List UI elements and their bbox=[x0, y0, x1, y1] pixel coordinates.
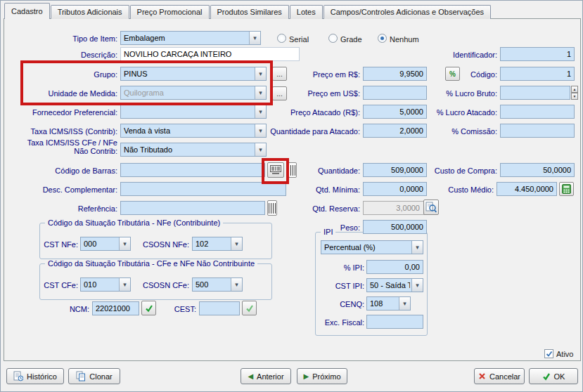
tipo-item-combo[interactable]: Embalagem bbox=[120, 31, 261, 45]
tab-produtos-similares[interactable]: Produtos Similares bbox=[210, 5, 289, 19]
ncm-input[interactable] bbox=[92, 301, 139, 315]
ok-button[interactable]: OK bbox=[529, 368, 578, 384]
historico-button[interactable]: Histórico bbox=[6, 368, 64, 384]
cenq-value: 108 bbox=[370, 299, 397, 308]
cenq-combo[interactable]: 108 bbox=[366, 296, 411, 311]
cest-validate-button[interactable] bbox=[242, 301, 257, 315]
csosn-cfe-combo[interactable]: 500 bbox=[192, 277, 243, 292]
csosn-nfe-value: 102 bbox=[196, 240, 229, 248]
cst-cfe-combo[interactable]: 010 bbox=[80, 277, 131, 292]
custo-compra-input[interactable] bbox=[500, 163, 575, 177]
tipo-item-label: Tipo de Item: bbox=[5, 34, 117, 43]
custo-medio-calc-button[interactable] bbox=[559, 182, 574, 196]
pct-ipi-input[interactable] bbox=[366, 260, 423, 274]
codigo-barras-label: Código de Barras: bbox=[5, 166, 117, 175]
group-nfe-title: Código da Situação Tributária - NFe (Con… bbox=[45, 218, 223, 227]
chevron-down-icon[interactable] bbox=[119, 237, 130, 250]
chevron-down-icon[interactable] bbox=[119, 278, 130, 291]
anterior-button-label: Anterior bbox=[257, 372, 284, 381]
grupo-value: PINUS bbox=[124, 70, 253, 78]
ncm-label: NCM: bbox=[47, 305, 89, 313]
chevron-down-icon[interactable] bbox=[231, 278, 242, 291]
identificador-input[interactable] bbox=[500, 47, 575, 61]
custo-medio-input[interactable] bbox=[496, 182, 557, 196]
referencia-label: Referência: bbox=[5, 204, 117, 213]
cancelar-button-label: Cancelar bbox=[489, 372, 520, 381]
cst-cfe-label: CST CFe: bbox=[22, 281, 78, 289]
clone-icon bbox=[76, 371, 86, 381]
ativo-checkbox[interactable] bbox=[544, 349, 553, 358]
radio-nenhum[interactable] bbox=[378, 34, 387, 43]
csosn-nfe-combo[interactable]: 102 bbox=[192, 237, 243, 251]
csosn-cfe-label: CSOSN CFe: bbox=[133, 281, 189, 289]
chevron-down-icon[interactable] bbox=[399, 297, 410, 310]
referencia-input[interactable] bbox=[120, 201, 265, 215]
proximo-button[interactable]: ▶ Próximo bbox=[297, 368, 347, 384]
tipo-item-value: Embalagem bbox=[124, 34, 248, 42]
cst-nfe-combo[interactable]: 000 bbox=[80, 237, 131, 251]
arrow-right-icon: ▶ bbox=[303, 373, 309, 380]
lucro-atacado-input[interactable] bbox=[500, 105, 575, 119]
anterior-button[interactable]: ◀ Anterior bbox=[241, 368, 291, 384]
qtd-reserva-input bbox=[363, 201, 427, 215]
group-cfe-title: Código da Situação Tributária - CFe e NF… bbox=[45, 259, 257, 268]
taxa-contrib-combo[interactable]: Venda à vista bbox=[120, 124, 267, 138]
comissao-input[interactable] bbox=[500, 124, 575, 138]
peso-input[interactable] bbox=[363, 220, 427, 234]
ipi-tipo-combo[interactable]: Percentual (%) bbox=[321, 240, 423, 254]
tab-cadastro[interactable]: Cadastro bbox=[4, 3, 50, 19]
csosn-nfe-label: CSOSN NFe: bbox=[133, 240, 189, 249]
qtd-minima-label: Qtd. Mínima: bbox=[248, 185, 360, 194]
cst-ipi-combo[interactable]: 50 - Saída T bbox=[366, 278, 423, 292]
tab-campos-controles[interactable]: Campos/Controles Adicionas e Observações bbox=[323, 5, 491, 19]
taxa-contrib-label: Taxa ICMS/ISS (Contrib): bbox=[5, 127, 117, 136]
radio-serial[interactable] bbox=[277, 34, 286, 43]
unidade-value: Quilograma bbox=[124, 89, 253, 97]
chevron-down-icon[interactable] bbox=[231, 237, 242, 250]
tab-preco-promocional[interactable]: Preço Promocional bbox=[130, 5, 210, 19]
spinner-up-icon[interactable]: ▲ bbox=[571, 86, 578, 93]
cest-input[interactable] bbox=[199, 301, 240, 315]
check-icon bbox=[145, 304, 153, 313]
cst-nfe-value: 000 bbox=[84, 240, 117, 248]
identificador-label: Identificador: bbox=[413, 51, 497, 59]
tab-bar: Cadastro Tributos Adicionais Preço Promo… bbox=[4, 3, 492, 19]
check-icon bbox=[245, 304, 254, 313]
taxa-nao-contrib-combo[interactable]: Não Tributado bbox=[120, 143, 267, 157]
custo-medio-label: Custo Médio: bbox=[409, 185, 494, 194]
radio-grade[interactable] bbox=[328, 34, 338, 43]
history-icon bbox=[13, 371, 23, 381]
tab-lotes[interactable]: Lotes bbox=[290, 5, 323, 19]
qtd-reserva-search-button[interactable] bbox=[423, 200, 439, 215]
chevron-down-icon[interactable] bbox=[255, 143, 266, 156]
quantidade-label: Quantidade: bbox=[248, 166, 360, 175]
cest-label: CEST: bbox=[154, 305, 196, 313]
exc-fiscal-label: Exc. Fiscal: bbox=[294, 318, 364, 327]
magnifier-icon bbox=[425, 202, 437, 213]
lucro-bruto-input[interactable] bbox=[500, 86, 570, 100]
unidade-label: Unidade de Medida: bbox=[5, 89, 117, 98]
preco-rs-label: Preço em R$: bbox=[248, 70, 360, 79]
spinner-down-icon[interactable]: ▼ bbox=[571, 93, 578, 100]
cancel-x-icon bbox=[478, 372, 486, 380]
grupo-combo[interactable]: PINUS bbox=[120, 67, 267, 81]
descricao-label: Descrição: bbox=[5, 51, 117, 59]
lucro-bruto-spinner[interactable]: ▲ ▼ bbox=[571, 86, 578, 100]
chevron-down-icon[interactable] bbox=[411, 279, 423, 292]
ok-check-icon bbox=[542, 372, 551, 381]
codigo-barras-input[interactable] bbox=[120, 163, 265, 177]
fornecedor-combo[interactable] bbox=[120, 105, 267, 119]
tab-tributos-adicionais[interactable]: Tributos Adicionais bbox=[51, 5, 129, 19]
taxa-nao-contrib-label-line2: Não Contrib: bbox=[5, 147, 117, 155]
descricao-input[interactable] bbox=[120, 47, 300, 61]
chevron-down-icon[interactable] bbox=[411, 241, 423, 254]
cancelar-button[interactable]: Cancelar bbox=[474, 368, 525, 384]
qtd-atacado-label: Quantidade para Atacado: bbox=[248, 127, 360, 136]
radio-grade-label: Grade bbox=[340, 35, 362, 44]
check-icon bbox=[546, 351, 553, 358]
exc-fiscal-input[interactable] bbox=[366, 315, 423, 329]
codigo-input[interactable] bbox=[500, 67, 575, 81]
chevron-down-icon[interactable] bbox=[249, 32, 260, 44]
peso-label: Peso: bbox=[248, 223, 360, 232]
clonar-button[interactable]: Clonar bbox=[68, 368, 120, 384]
